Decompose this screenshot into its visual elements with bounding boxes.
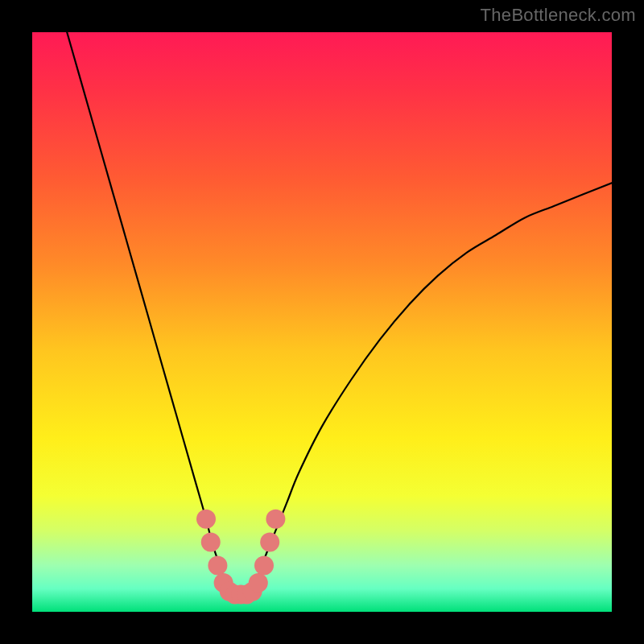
curve-marker — [254, 555, 274, 575]
curve-marker — [266, 510, 285, 529]
plot-area — [32, 32, 612, 612]
curve-marker — [260, 533, 279, 552]
chart-frame: TheBottleneck.com — [0, 0, 644, 644]
curve-markers — [196, 510, 285, 605]
curve-marker — [208, 555, 227, 575]
curve-layer — [32, 32, 612, 612]
curve-marker — [249, 573, 268, 592]
watermark-text: TheBottleneck.com — [481, 5, 636, 26]
curve-marker — [201, 533, 221, 552]
curve-marker — [196, 510, 216, 529]
bottleneck-curve — [67, 32, 612, 595]
